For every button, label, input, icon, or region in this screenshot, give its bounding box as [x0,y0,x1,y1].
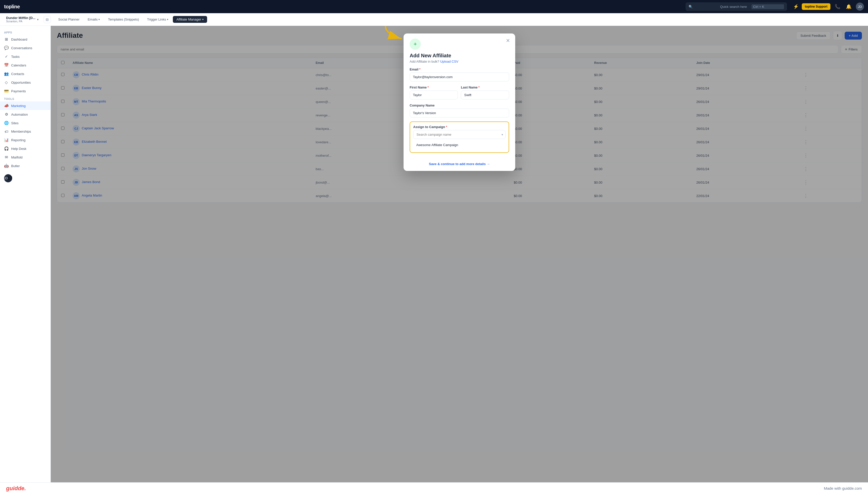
workspace-sub: Scranton, PA [6,20,36,23]
modal-header: + Add New Affiliate Add Affiliate in bul… [404,34,515,63]
last-name-group: Last Name * [461,86,509,99]
phone-icon[interactable]: 📞 [833,2,842,11]
sidebar-item-butler[interactable]: 🤖 Butler [0,162,51,170]
search-placeholder: Quick search here [720,5,750,8]
email-input[interactable] [410,73,509,81]
last-name-label: Last Name * [461,86,509,89]
first-name-input[interactable] [410,91,458,99]
campaign-option[interactable]: Awesome Affiliate Campaign [413,140,505,149]
modal-backdrop: + Add New Affiliate Add Affiliate in bul… [51,26,868,482]
conversations-icon: 💬 [4,46,8,50]
campaign-select-wrapper: ▾ [413,130,505,139]
add-affiliate-modal: + Add New Affiliate Add Affiliate in bul… [404,34,515,171]
notification-icon[interactable]: 🔔 [845,2,853,11]
reporting-icon: 📊 [4,138,8,142]
sidebar-tasks-label: Tasks [11,55,20,59]
campaign-dropdown: Awesome Affiliate Campaign [413,140,505,149]
modal-title: Add New Affiliate [410,53,458,59]
second-nav: Dunder Mifflin [D... Scranton, PA ▾ ⊟ So… [0,13,868,26]
tab-templates-label: Templates (Snippets) [108,18,139,21]
modal-subtitle: Add Affiliate in bulk? Upload CSV [410,60,458,63]
top-bar: topline 🔍 Quick search here Ctrl + K ⚡ t… [0,0,868,13]
user-avatar[interactable]: JD [856,2,864,11]
email-required-star: * [419,68,421,71]
campaign-label: Assign to Campaign * [413,125,505,129]
first-name-group: First Name * [410,86,458,99]
tab-social-planner[interactable]: Social Planner [55,16,83,23]
sidebar-item-calendars[interactable]: 📅 Calendars [0,61,51,70]
sidebar-reporting-label: Reporting [11,138,25,142]
workspace-selector[interactable]: Dunder Mifflin [D... Scranton, PA ▾ [4,15,41,24]
mailfold-icon: ✉ [4,155,8,159]
main-content: Affiliate Submit Feedback ⬇ + Add ≡ Filt… [51,26,868,482]
search-shortcut: Ctrl + K [752,4,784,9]
sidebar-item-help-desk[interactable]: 🎧 Help Desk [0,144,51,153]
modal-footer: Save & continue to add more details → [404,162,515,171]
sidebar-collapse-button[interactable]: ⊟ [44,16,51,23]
sidebar-item-automation[interactable]: ⚙ Automation [0,110,51,119]
notification-badge: 17 [7,176,12,180]
opportunities-icon: ◇ [4,80,8,85]
trigger-links-chevron-icon: ▾ [167,18,168,21]
upload-csv-link[interactable]: Upload CSV [440,60,458,63]
memberships-icon: 🏷 [4,129,8,134]
sidebar-bottom-avatar[interactable]: JD 17 [4,174,12,182]
tab-templates[interactable]: Templates (Snippets) [104,16,142,23]
global-search[interactable]: 🔍 Quick search here Ctrl + K [685,2,787,11]
topbar-actions: ⚡ topline Support 📞 🔔 JD [793,2,864,11]
sidebar-item-conversations[interactable]: 💬 Conversations [0,44,51,52]
sidebar-marketing-label: Marketing [11,104,26,108]
first-name-label: First Name * [410,86,458,89]
company-input[interactable] [410,109,509,117]
sidebar-item-tasks[interactable]: ✓ Tasks [0,52,51,61]
campaign-required-star: * [446,125,447,129]
sidebar-contacts-label: Contacts [11,72,24,76]
sidebar-memberships-label: Memberships [11,130,31,133]
help-desk-icon: 🎧 [4,146,8,151]
sidebar-item-dashboard[interactable]: ⊞ Dashboard [0,35,51,44]
sidebar-item-opportunities[interactable]: ◇ Opportunities [0,78,51,87]
sidebar-conversations-label: Conversations [11,46,32,50]
app-logo: topline [4,4,20,10]
tools-section-label: Tools [0,95,51,101]
first-name-required-star: * [427,86,429,89]
sidebar-item-sites[interactable]: 🌐 Sites [0,119,51,127]
save-continue-link[interactable]: Save & continue to add more details → [410,162,509,166]
sidebar-item-memberships[interactable]: 🏷 Memberships [0,127,51,136]
company-label: Company Name [410,103,509,107]
email-group: Email * [410,68,509,81]
emails-chevron-icon: ▾ [98,18,100,21]
tab-emails-label: Emails [88,18,97,21]
last-name-input[interactable] [461,91,509,99]
email-label: Email * [410,68,509,71]
workspace-chevron-icon: ▾ [37,18,39,21]
tasks-icon: ✓ [4,54,8,59]
apps-section-label: Apps [0,29,51,35]
support-button[interactable]: topline Support [802,3,830,10]
tab-social-planner-label: Social Planner [58,18,80,21]
modal-close-button[interactable]: ✕ [506,38,510,44]
campaign-search-input[interactable] [413,130,505,139]
tab-trigger-links-label: Trigger Links [147,18,166,21]
sidebar: Apps ⊞ Dashboard 💬 Conversations ✓ Tasks… [0,26,51,482]
sidebar-sites-label: Sites [11,121,19,125]
sidebar-butler-label: Butler [11,164,20,168]
sidebar-payments-label: Payments [11,89,26,93]
sidebar-item-marketing[interactable]: 📣 Marketing [0,101,51,110]
sidebar-item-contacts[interactable]: 👥 Contacts [0,70,51,78]
tab-trigger-links[interactable]: Trigger Links ▾ [144,16,172,23]
sidebar-item-mailfold[interactable]: ✉ Mailfold [0,153,51,162]
last-name-required-star: * [478,86,480,89]
sidebar-item-reporting[interactable]: 📊 Reporting [0,136,51,144]
name-row: First Name * Last Name * [410,86,509,103]
search-icon: 🔍 [688,5,718,8]
contacts-icon: 👥 [4,72,8,76]
tab-affiliate-manager[interactable]: Affiliate Manager ▾ [173,16,207,23]
calendars-icon: 📅 [4,63,8,68]
modal-plus-icon: + [410,39,421,50]
tab-emails[interactable]: Emails ▾ [84,16,103,23]
sidebar-help-desk-label: Help Desk [11,147,26,151]
modal-body: Email * First Name * [404,63,515,162]
sidebar-item-payments[interactable]: 💳 Payments [0,87,51,95]
marketing-icon: 📣 [4,103,8,108]
